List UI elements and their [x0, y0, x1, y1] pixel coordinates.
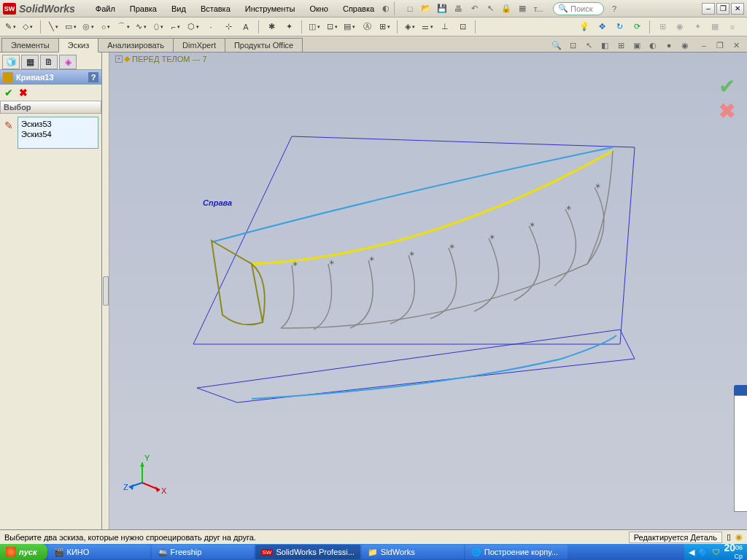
- move-button[interactable]: ⊞: [377, 20, 392, 34]
- more-button[interactable]: т...: [533, 3, 544, 15]
- trim-button[interactable]: ✱: [264, 20, 279, 34]
- tray-icon[interactable]: 🛡: [712, 548, 720, 556]
- menu-view[interactable]: Вид: [166, 3, 192, 15]
- tab-dimxpert[interactable]: DimXpert: [173, 38, 225, 52]
- open-button[interactable]: 📂: [420, 3, 432, 15]
- menu-tools[interactable]: Инструменты: [239, 3, 301, 15]
- repair-button[interactable]: ⊥: [438, 20, 452, 34]
- start-button[interactable]: пуск: [0, 544, 47, 560]
- rebuild-icon[interactable]: ⟳: [630, 20, 644, 34]
- ellipse-button[interactable]: ⬯: [151, 20, 166, 34]
- task-pane[interactable]: [734, 395, 747, 512]
- graphics-viewport[interactable]: + ◆ ПЕРЕД ТЕЛОМ --- 7 ✔ ✖ Справа: [109, 52, 747, 529]
- property-tab[interactable]: ▦: [21, 55, 39, 69]
- convert-button[interactable]: ◫: [307, 20, 322, 34]
- relation-button[interactable]: ⚌: [420, 20, 435, 34]
- text-button[interactable]: A: [239, 20, 253, 34]
- prev-view-icon[interactable]: ↖: [582, 39, 595, 52]
- circle-button[interactable]: ○: [98, 20, 113, 34]
- minimize-button[interactable]: –: [702, 3, 715, 15]
- menu-edit[interactable]: Правка: [124, 3, 163, 15]
- property-header: Кривая13 ?: [0, 70, 101, 85]
- menu-help[interactable]: Справка: [337, 3, 380, 15]
- taskbar-item[interactable]: 🎬КИНО: [48, 545, 150, 559]
- taskbar-item[interactable]: 📁SldWorks: [362, 545, 464, 559]
- slot-button[interactable]: ◎: [81, 20, 96, 34]
- search-box[interactable]: 🔍 Поиск: [553, 2, 604, 15]
- options-button[interactable]: ▦: [516, 3, 528, 15]
- tray-icon[interactable]: 🔷: [698, 548, 708, 557]
- selection-item[interactable]: Эскиз53: [21, 119, 95, 129]
- undo-button[interactable]: ↶: [468, 3, 480, 15]
- menu-window[interactable]: Окно: [303, 3, 334, 15]
- appearance-icon[interactable]: ●: [662, 39, 676, 52]
- spline-button[interactable]: ∿: [133, 20, 148, 34]
- selection-list[interactable]: Эскиз53 Эскиз54: [18, 117, 98, 149]
- offset-button[interactable]: ⊡: [325, 20, 339, 34]
- help-icon[interactable]: ◐: [380, 3, 392, 15]
- tab-analyze[interactable]: Анализировать: [98, 38, 174, 52]
- status-icon[interactable]: ▯: [727, 532, 731, 542]
- task-pane-tab[interactable]: [734, 385, 747, 395]
- view-orient-icon[interactable]: ⊞: [614, 39, 627, 52]
- tab-sketch[interactable]: Эскиз: [58, 38, 98, 52]
- quick-snap[interactable]: ⊡: [455, 20, 470, 34]
- display-button[interactable]: ◈: [403, 20, 417, 34]
- menu-file[interactable]: Файл: [90, 3, 121, 15]
- linear-pattern[interactable]: Ⓐ: [360, 20, 374, 34]
- selection-item[interactable]: Эскиз54: [21, 129, 95, 139]
- doc-restore[interactable]: ❐: [713, 39, 727, 52]
- lightbulb-icon[interactable]: 💡: [577, 20, 592, 34]
- cancel-icon[interactable]: ✖: [19, 87, 28, 98]
- fillet-button[interactable]: ⌐: [169, 20, 183, 34]
- centerline-button[interactable]: ⊹: [221, 20, 236, 34]
- ok-icon[interactable]: ✔: [4, 87, 13, 98]
- close-button[interactable]: ✕: [731, 3, 744, 15]
- help-button[interactable]: ?: [88, 72, 98, 82]
- menu-insert[interactable]: Вставка: [195, 3, 236, 15]
- dimxpert-tab[interactable]: ◈: [59, 55, 77, 69]
- print-button[interactable]: 🖶: [452, 3, 464, 15]
- point-button[interactable]: ·: [204, 20, 218, 34]
- svg-text:✶: ✶: [529, 220, 535, 229]
- sketch-button[interactable]: ✎: [3, 20, 18, 34]
- tab-office[interactable]: Продукты Office: [225, 38, 303, 52]
- taskbar-item[interactable]: 🌐Построение корпу...: [465, 545, 568, 559]
- doc-minimize[interactable]: –: [697, 39, 711, 52]
- dimension-button[interactable]: ◇: [20, 20, 35, 34]
- select-button[interactable]: ↖: [484, 3, 496, 15]
- config-tab[interactable]: 🗎: [40, 55, 58, 69]
- maximize-button[interactable]: ❐: [716, 3, 729, 15]
- flyout-handle[interactable]: [103, 276, 109, 306]
- line-button[interactable]: ╲: [46, 20, 61, 34]
- status-icon[interactable]: ◉: [735, 532, 743, 542]
- scene-icon[interactable]: ◉: [678, 39, 692, 52]
- help-dropdown[interactable]: ?: [608, 3, 620, 15]
- taskbar-item[interactable]: SWSolidWorks Professi...: [255, 545, 360, 559]
- system-tray[interactable]: ◀ 🔷 🛡 2006 Ср: [684, 544, 747, 560]
- tab-elements[interactable]: Элементы: [1, 38, 59, 52]
- polygon-button[interactable]: ⬡: [186, 20, 201, 34]
- windows-taskbar: пуск 🎬КИНО 🚢Freeship SWSolidWorks Profes…: [0, 544, 747, 560]
- tray-icon[interactable]: ◀: [689, 548, 694, 557]
- arc-button[interactable]: ⌒: [116, 20, 131, 34]
- rect-button[interactable]: ▭: [63, 20, 78, 34]
- doc-close[interactable]: ✕: [729, 39, 743, 52]
- zoom-fit-icon[interactable]: 🔍: [550, 39, 563, 52]
- save-button[interactable]: 💾: [436, 3, 448, 15]
- move-icon[interactable]: ✥: [595, 20, 609, 34]
- refresh-icon[interactable]: ↻: [612, 20, 627, 34]
- rebuild-button[interactable]: 🔒: [500, 3, 512, 15]
- new-button[interactable]: □: [404, 3, 416, 15]
- zoom-area-icon[interactable]: ⊡: [566, 39, 579, 52]
- app-name: SolidWorks: [19, 3, 75, 15]
- main-area: 🧊 ▦ 🗎 ◈ Кривая13 ? ✔ ✖ Выбор ✎ Эскиз53 Э…: [0, 52, 747, 529]
- taskbar-item[interactable]: 🚢Freeship: [152, 545, 254, 559]
- mirror-button[interactable]: ▤: [342, 20, 357, 34]
- section-view-icon[interactable]: ◧: [598, 39, 611, 52]
- mate-icon: ◉: [673, 20, 687, 34]
- hide-show-icon[interactable]: ◐: [646, 39, 659, 52]
- feature-tree-tab[interactable]: 🧊: [2, 55, 20, 69]
- extend-button[interactable]: ✦: [282, 20, 296, 34]
- display-style-icon[interactable]: ▣: [630, 39, 643, 52]
